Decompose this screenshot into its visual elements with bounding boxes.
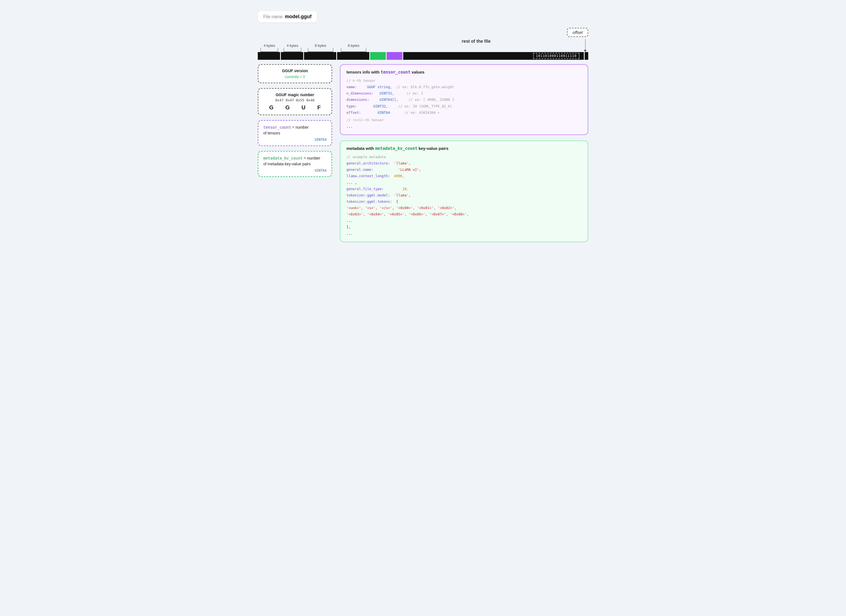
gguf-version-box: GGUF version currently = 3	[258, 64, 332, 83]
file-name-label: File name	[263, 14, 282, 19]
metadata-kv-count-text: metadata_kv_count = number of metadata k…	[263, 155, 327, 167]
magic-letter-u: U	[301, 104, 306, 111]
byte-bar: 101101000110011110	[258, 52, 588, 60]
rest-of-file-label: rest of the file	[370, 39, 582, 52]
bar-seg-end	[584, 52, 588, 60]
byte-label-2: 4 bytes	[281, 44, 304, 52]
byte-label-4: 8 bytes	[337, 44, 370, 52]
tensors-field-name: name: GGUF string, // ex: blk.0.ffn_gate…	[347, 84, 582, 90]
file-name-value: model.gguf	[285, 14, 311, 19]
byte-label-1: 4 bytes	[258, 44, 281, 52]
main-content: GGUF version currently = 3 GGUF magic nu…	[258, 64, 588, 242]
meta-close-bracket: ],	[347, 224, 582, 230]
metadata-comment1: // example metadata	[347, 154, 582, 160]
tensors-ellipsis: ...	[347, 123, 582, 129]
meta-line-ctx: llama.context_length: 4096,	[347, 173, 582, 179]
magic-title: GGUF magic number	[263, 93, 327, 97]
tensors-comment1: // n-th tensor	[347, 77, 582, 84]
magic-letter-f: F	[317, 104, 320, 111]
magic-letter-g2: G	[285, 104, 290, 111]
meta-line-tokmodel: tokenizer.ggml.model: 'llama',	[347, 192, 582, 198]
byte-labels-row: 4 bytes 4 bytes 8 bytes	[258, 39, 588, 52]
bar-seg-rest: 101101000110011110	[403, 52, 584, 60]
tensors-title: tensors info with tensor_count values	[347, 70, 582, 75]
bar-seg-black-3	[304, 52, 337, 60]
meta-line-filetype: general.file_type: 10,	[347, 186, 582, 192]
bar-seg-black-1	[258, 52, 281, 60]
tensors-comment2: // (n+1)-th tensor	[347, 117, 582, 123]
meta-line-arch: general.architecture: 'llama',	[347, 160, 582, 166]
meta-tokens-ellipsis: ...	[347, 218, 582, 224]
tensor-count-box: tensor_count = number of tensors UINT64	[258, 120, 332, 146]
tensors-field-type: type: UINT32, // ex: 10 (GGML_TYPE_Q2_K)	[347, 103, 582, 109]
magic-hex: 0x47 0x47 0x55 0x46	[263, 98, 327, 102]
tensors-field-ndim: n_dimensions: UINT32, // ex: 2	[347, 90, 582, 96]
meta-tokens-line1: '<unk>', '<s>', '</s>', '<0x00>', '<0x01…	[347, 205, 582, 211]
magic-letters: G G U F	[263, 104, 327, 111]
byte-label-3: 8 bytes	[304, 44, 337, 52]
tensor-count-type: UINT64	[263, 138, 327, 142]
meta-final-ellipsis: ...	[347, 230, 582, 237]
metadata-kv-count-type: UINT64	[263, 169, 327, 172]
right-column: tensors info with tensor_count values //…	[340, 64, 588, 242]
meta-line-name: general.name: 'LLaMA v2',	[347, 166, 582, 173]
meta-line-toktokens: tokenizer.ggml.tokens: [	[347, 198, 582, 205]
metadata-box: metadata with metadata_kv_count key-valu…	[340, 141, 588, 242]
meta-tokens-line2: '<0x03>', '<0x04>', '<0x05>', '<0x06>', …	[347, 211, 582, 218]
metadata-code-block: // example metadata general.architecture…	[347, 154, 582, 237]
bar-seg-green	[370, 52, 387, 60]
gguf-magic-box: GGUF magic number 0x47 0x47 0x55 0x46 G …	[258, 88, 332, 115]
bar-seg-black-4	[337, 52, 370, 60]
gguf-version-sub: currently = 3	[263, 75, 327, 79]
meta-line-dots1: ... ,	[347, 179, 582, 186]
gguf-version-title: GGUF version	[263, 69, 327, 73]
bar-seg-purple	[387, 52, 403, 60]
byte-bar-area: 4 bytes 4 bytes 8 bytes	[258, 39, 588, 60]
tensors-code-block: // n-th tensor name: GGUF string, // ex:…	[347, 77, 582, 129]
file-name-box: File name model.gguf	[258, 11, 317, 22]
tensors-info-box: tensors info with tensor_count values //…	[340, 64, 588, 135]
left-column: GGUF version currently = 3 GGUF magic nu…	[258, 64, 332, 242]
metadata-kv-count-box: metadata_kv_count = number of metadata k…	[258, 151, 332, 177]
tensors-field-offset: offset: UINT64 // ex: 43024384 ←	[347, 109, 582, 116]
metadata-title: metadata with metadata_kv_count key-valu…	[347, 146, 582, 151]
magic-letter-g1: G	[269, 104, 274, 111]
offset-label: offset	[567, 28, 588, 37]
tensors-field-dims: dimensions: UINT64[], // ex: [ 4096, 320…	[347, 96, 582, 103]
tensor-count-text: tensor_count = number of tensors	[263, 125, 327, 136]
bar-seg-black-2	[281, 52, 304, 60]
binary-value-box: 101101000110011110	[533, 53, 579, 59]
page: File name model.gguf offset 4 bytes 4 by…	[258, 11, 588, 242]
